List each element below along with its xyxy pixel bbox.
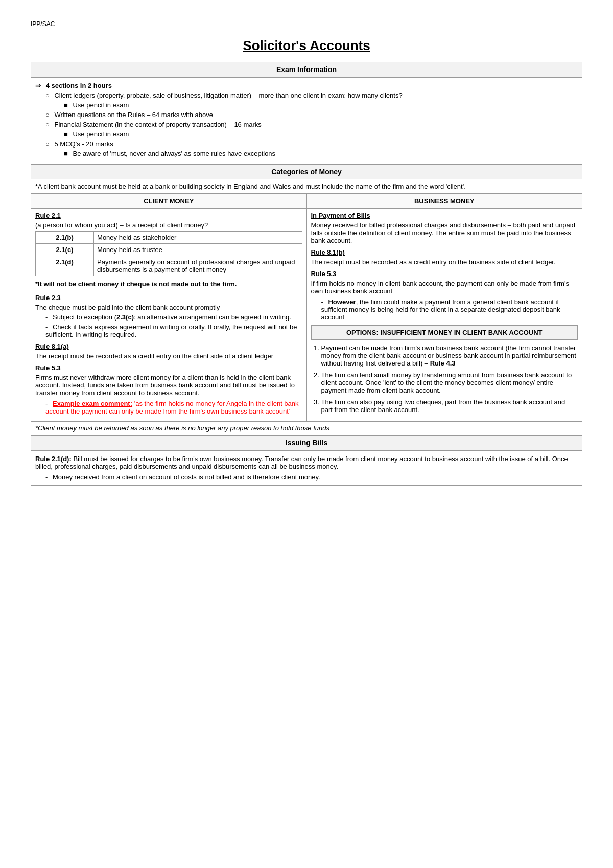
rule21c-id: 2.1(c): [36, 244, 94, 256]
rule53-left-text: Firms must never withdraw more client mo…: [35, 374, 302, 397]
rule21-text: (a person for whom you act) – Is a recei…: [35, 221, 208, 229]
rule21c-text: Money held as trustee: [94, 244, 302, 256]
rule21b-id: 2.1(b): [36, 232, 94, 244]
issuing-content: Rule 2.1(d): Bill must be issued for cha…: [31, 450, 582, 486]
rule21-table: 2.1(b) Money held as stakeholder 2.1(c) …: [35, 231, 302, 276]
inpayment-label: In Payment of Bills: [311, 212, 578, 219]
header-ref: IPP/SAC: [31, 20, 582, 28]
exam-main-bullet: [35, 82, 44, 89]
rule21d-text: Payments generally on account of profess…: [94, 256, 302, 276]
categories-note: *A client bank account must be held at a…: [31, 179, 582, 194]
option-3: The firm can also pay using two cheques,…: [321, 398, 578, 414]
issuing-text1: Rule 2.1(d): Bill must be issued for cha…: [35, 455, 578, 470]
rule21b-text: Money held as stakeholder: [94, 232, 302, 244]
exam-section: Exam Information 4 sections in 2 hours C…: [31, 62, 582, 164]
exam-sub2-text: Written questions on the Rules – 64 mark…: [54, 111, 213, 119]
rule23-label: Rule 2.3: [35, 294, 302, 302]
exam-sub2: Written questions on the Rules – 64 mark…: [45, 111, 213, 119]
rule53-right-label: Rule 5.3: [311, 270, 578, 278]
options-list: Payment can be made from firm's own busi…: [321, 344, 578, 414]
rule23-bullet2: [45, 323, 51, 331]
issuing-rule-text: Bill must be issued for charges to be fi…: [35, 455, 568, 470]
issuing-text2: Money received from a client on account …: [53, 473, 320, 481]
rule81a-label: Rule 8.1(a): [35, 342, 302, 350]
rule81a-text: The receipt must be recorded as a credit…: [35, 352, 273, 360]
rule23-text: The cheque must be paid into the client …: [35, 304, 220, 311]
example-label: Example exam comment:: [53, 400, 132, 407]
exam-sub4: 5 MCQ's - 20 marks: [45, 140, 113, 148]
client-money-header: CLIENT MONEY: [31, 194, 307, 209]
options-header: OPTIONS: INSUFFICIENT MONEY IN CLIENT BA…: [311, 325, 578, 340]
rule53-right-bullet: [321, 298, 326, 306]
business-money-header: BUSINESS MONEY: [306, 194, 582, 209]
example-dash: [45, 400, 51, 407]
rule21d-id: 2.1(d): [36, 256, 94, 276]
rule23-bullet1: [45, 313, 51, 321]
categories-header: Categories of Money: [31, 164, 582, 179]
rule53-however: However, the firm could make a payment f…: [321, 298, 560, 321]
exam-sub4-text: 5 MCQ's - 20 marks: [54, 140, 113, 148]
inpayment-text: Money received for billed professional c…: [311, 221, 578, 244]
exam-sections-label: 4 sections in 2 hours: [46, 82, 112, 89]
issuing-section: Issuing Bills Rule 2.1(d): Bill must be …: [31, 435, 582, 486]
categories-section: Categories of Money *A client bank accou…: [31, 164, 582, 435]
exam-sub1-bullet1-text: Use pencil in exam: [73, 101, 129, 109]
exam-header: Exam Information: [31, 62, 582, 77]
exam-sub4-bullet1-text: Be aware of 'must, never and always' as …: [73, 150, 275, 157]
page-title: Solicitor's Accounts: [31, 38, 582, 54]
footer-note-text: *Client money must be returned as soon a…: [35, 424, 329, 432]
categories-footer-note: *Client money must be returned as soon a…: [31, 421, 582, 435]
issuing-header: Issuing Bills: [31, 435, 582, 450]
option-1: Payment can be made from firm's own busi…: [321, 344, 578, 367]
exam-sub1-text: Client ledgers (property, probate, sale …: [54, 92, 402, 99]
rule21-label: Rule 2.1: [35, 212, 302, 219]
issuing-bullet: [45, 473, 51, 481]
categories-note-text: *A client bank account must be held at a…: [35, 182, 466, 190]
option-2: The firm can lend small money by transfe…: [321, 371, 578, 394]
rule23-bullet2-text: Check if facts express agreement in writ…: [45, 323, 297, 338]
exam-sub1-bullet1: Use pencil in exam: [64, 101, 129, 109]
options-section: OPTIONS: INSUFFICIENT MONEY IN CLIENT BA…: [311, 325, 578, 414]
warning-text: *It will not be client money if cheque i…: [35, 280, 302, 288]
exam-sub3-bullet1: Use pencil in exam: [64, 130, 129, 138]
rule53-right-text: If firm holds no money in client bank ac…: [311, 280, 578, 295]
exam-sub3: Financial Statement (in the context of p…: [45, 121, 262, 128]
rule23-bullet1-text: Subject to exception (2.3(c): an alterna…: [53, 313, 291, 321]
exam-content: 4 sections in 2 hours Client ledgers (pr…: [31, 77, 582, 164]
exam-sub4-bullet1: Be aware of 'must, never and always' as …: [64, 150, 275, 157]
rule81b-text: The receipt must be recorded as a credit…: [311, 258, 578, 266]
exam-sub1: Client ledgers (property, probate, sale …: [45, 92, 403, 99]
rule81b-label: Rule 8.1(b): [311, 248, 578, 256]
business-money-col: In Payment of Bills Money received for b…: [306, 209, 582, 421]
exam-sub3-bullet1-text: Use pencil in exam: [73, 130, 129, 138]
exam-sub3-text: Financial Statement (in the context of p…: [54, 121, 261, 128]
categories-table: CLIENT MONEY BUSINESS MONEY Rule 2.1 (a …: [31, 194, 582, 421]
rule53-left-label: Rule 5.3: [35, 364, 302, 372]
issuing-rule-label: Rule 2.1(d):: [35, 455, 72, 463]
client-money-col: Rule 2.1 (a person for whom you act) – I…: [31, 209, 307, 421]
